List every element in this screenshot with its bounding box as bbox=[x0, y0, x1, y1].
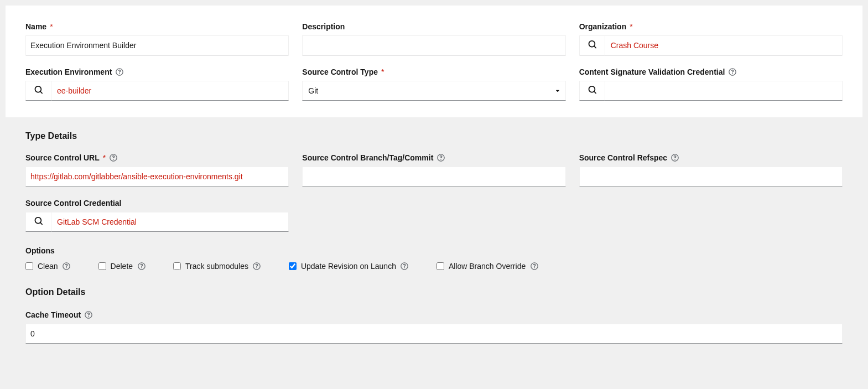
option-track: Track submodules bbox=[173, 262, 261, 271]
allow-branch-label[interactable]: Allow Branch Override bbox=[449, 262, 526, 271]
option-details-group: Option Details Cache Timeout bbox=[25, 287, 843, 344]
form-section-type-details: Type Details Source Control URL * Source… bbox=[6, 117, 862, 355]
search-icon bbox=[34, 86, 43, 96]
description-input[interactable] bbox=[302, 35, 565, 55]
help-icon[interactable] bbox=[137, 262, 145, 271]
label-scm-url-text: Source Control URL bbox=[25, 153, 100, 162]
help-icon[interactable] bbox=[401, 262, 409, 271]
label-cache-timeout: Cache Timeout bbox=[25, 310, 843, 319]
organization-lookup-button[interactable] bbox=[579, 35, 605, 55]
help-icon[interactable] bbox=[436, 154, 445, 162]
update-label[interactable]: Update Revision on Launch bbox=[301, 262, 396, 271]
label-organization-text: Organization bbox=[579, 22, 627, 31]
label-scm-credential: Source Control Credential bbox=[25, 199, 289, 208]
help-icon[interactable] bbox=[109, 154, 117, 162]
label-scm-credential-text: Source Control Credential bbox=[25, 199, 121, 208]
delete-label[interactable]: Delete bbox=[111, 262, 133, 271]
help-icon[interactable] bbox=[728, 68, 736, 76]
option-details-title: Option Details bbox=[25, 287, 843, 297]
type-details-title: Type Details bbox=[25, 131, 843, 141]
option-allow-branch: Allow Branch Override bbox=[436, 262, 538, 271]
scm-refspec-input[interactable] bbox=[579, 167, 843, 186]
cache-timeout-input[interactable] bbox=[25, 324, 843, 344]
options-group: Options Clean Delete Track submodules bbox=[25, 246, 843, 271]
field-scm-credential: Source Control Credential bbox=[25, 199, 289, 232]
label-scm-branch: Source Control Branch/Tag/Commit bbox=[302, 153, 565, 162]
label-options: Options bbox=[25, 246, 843, 255]
exec-env-lookup-button[interactable] bbox=[25, 81, 51, 101]
form-section-main: Name * Description Organization * bbox=[6, 6, 862, 117]
organization-input[interactable] bbox=[605, 35, 843, 55]
required-indicator: * bbox=[103, 153, 106, 162]
scm-branch-input[interactable] bbox=[302, 167, 565, 186]
help-icon[interactable] bbox=[63, 262, 71, 271]
label-scm-branch-text: Source Control Branch/Tag/Commit bbox=[302, 153, 433, 162]
label-content-sig-text: Content Signature Validation Credential bbox=[579, 68, 725, 76]
search-icon bbox=[34, 217, 43, 227]
scm-type-value: Git bbox=[308, 86, 318, 95]
field-scm-type: Source Control Type * Git bbox=[302, 68, 565, 101]
option-update: Update Revision on Launch bbox=[289, 262, 409, 271]
track-label[interactable]: Track submodules bbox=[185, 262, 248, 271]
content-sig-lookup-button[interactable] bbox=[579, 81, 605, 101]
label-scm-refspec: Source Control Refspec bbox=[579, 153, 843, 162]
field-scm-branch: Source Control Branch/Tag/Commit bbox=[302, 153, 565, 186]
delete-checkbox[interactable] bbox=[98, 262, 106, 270]
label-exec-env: Execution Environment bbox=[25, 68, 289, 76]
option-delete: Delete bbox=[98, 262, 145, 271]
update-checkbox[interactable] bbox=[289, 262, 297, 270]
label-cache-timeout-text: Cache Timeout bbox=[25, 310, 81, 319]
label-name-text: Name bbox=[25, 22, 46, 31]
label-scm-url: Source Control URL * bbox=[25, 153, 289, 162]
required-indicator: * bbox=[381, 68, 384, 76]
label-organization: Organization * bbox=[579, 22, 843, 31]
exec-env-input[interactable] bbox=[51, 81, 289, 101]
field-organization: Organization * bbox=[579, 22, 843, 55]
required-indicator: * bbox=[630, 22, 632, 31]
scm-type-select[interactable]: Git bbox=[302, 81, 565, 101]
label-scm-refspec-text: Source Control Refspec bbox=[579, 153, 667, 162]
field-content-sig: Content Signature Validation Credential bbox=[579, 68, 843, 101]
option-clean: Clean bbox=[25, 262, 71, 271]
allow-branch-checkbox[interactable] bbox=[436, 262, 444, 270]
label-exec-env-text: Execution Environment bbox=[25, 68, 112, 76]
clean-label[interactable]: Clean bbox=[38, 262, 58, 271]
content-sig-input[interactable] bbox=[605, 81, 843, 101]
help-icon[interactable] bbox=[530, 262, 538, 271]
label-scm-type: Source Control Type * bbox=[302, 68, 565, 76]
label-scm-type-text: Source Control Type bbox=[302, 68, 378, 76]
clean-checkbox[interactable] bbox=[25, 262, 33, 270]
search-icon bbox=[588, 86, 596, 96]
name-input[interactable] bbox=[25, 35, 289, 55]
help-icon[interactable] bbox=[115, 68, 123, 76]
help-icon[interactable] bbox=[253, 262, 261, 271]
help-icon[interactable] bbox=[671, 154, 679, 162]
required-indicator: * bbox=[50, 22, 53, 31]
scm-url-input[interactable] bbox=[25, 167, 289, 186]
label-description-text: Description bbox=[302, 22, 345, 31]
field-scm-refspec: Source Control Refspec bbox=[579, 153, 843, 186]
search-icon bbox=[588, 40, 596, 50]
scm-credential-input[interactable] bbox=[51, 212, 289, 232]
field-name: Name * bbox=[25, 22, 289, 55]
help-icon[interactable] bbox=[84, 311, 92, 319]
label-description: Description bbox=[302, 22, 565, 31]
label-content-sig: Content Signature Validation Credential bbox=[579, 68, 843, 76]
field-description: Description bbox=[302, 22, 565, 55]
scm-credential-lookup-button[interactable] bbox=[25, 212, 51, 232]
label-name: Name * bbox=[25, 22, 289, 31]
track-checkbox[interactable] bbox=[173, 262, 181, 270]
project-form: Name * Description Organization * bbox=[6, 6, 862, 355]
field-scm-url: Source Control URL * bbox=[25, 153, 289, 186]
field-exec-env: Execution Environment bbox=[25, 68, 289, 101]
